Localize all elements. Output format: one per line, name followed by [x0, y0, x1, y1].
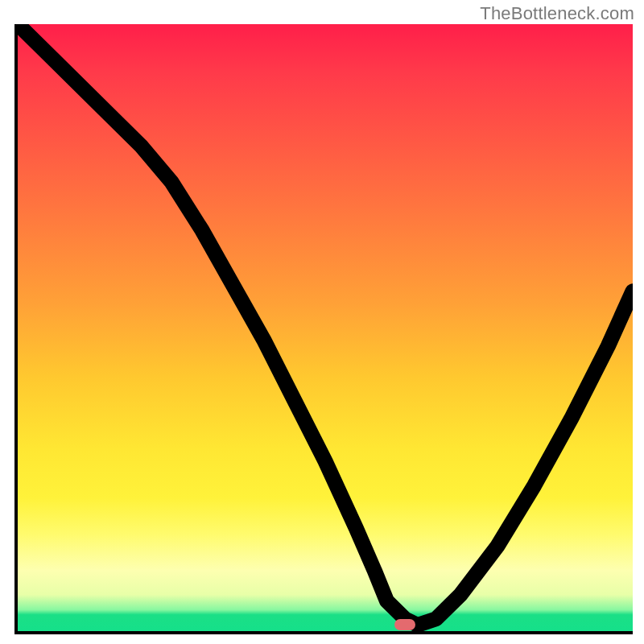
chart-curve — [18, 24, 633, 631]
watermark-text: TheBottleneck.com — [480, 3, 634, 24]
chart-plot-area — [14, 24, 633, 634]
chart-minimum-marker — [394, 619, 415, 630]
